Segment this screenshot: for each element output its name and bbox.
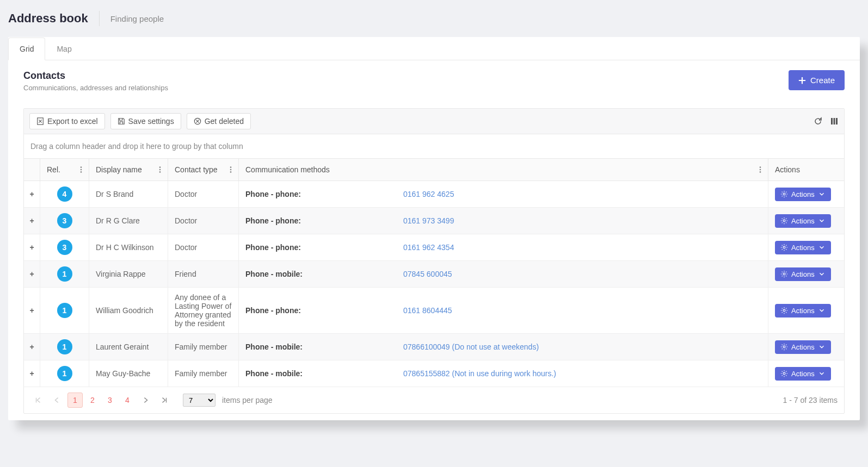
rel-badge: 3 [57,240,72,255]
svg-point-9 [159,169,161,171]
pager-last[interactable] [157,393,172,408]
divider [99,11,100,26]
communication-cell: Phone - mobile:07866100049 (Do not use a… [239,334,768,360]
communication-cell: Phone - phone:0161 962 4625 [239,181,768,207]
svg-point-12 [230,169,232,171]
gear-icon [780,270,788,278]
create-button[interactable]: Create [789,70,845,90]
col-contact-type[interactable]: Contact type [168,159,239,180]
pager-page-4[interactable]: 4 [120,393,135,408]
table-row: +1Virginia RappeFriendPhone - mobile:078… [24,261,844,288]
row-actions-button[interactable]: Actions [775,214,831,228]
actions-button-label: Actions [791,217,815,225]
display-name-cell: William Goodrich [89,288,168,333]
row-actions-button[interactable]: Actions [775,340,831,354]
col-actions: Actions [768,159,831,180]
row-actions-button[interactable]: Actions [775,188,831,201]
refresh-icon[interactable] [814,117,822,126]
comm-link[interactable]: 0161 973 3499 [403,216,454,225]
pager-page-1[interactable]: 1 [67,393,83,408]
rel-badge-cell: 1 [40,288,89,333]
expand-row[interactable]: + [24,234,40,260]
expand-row[interactable]: + [24,334,40,360]
actions-cell: Actions [768,208,831,234]
export-excel-button[interactable]: Export to excel [29,113,105,129]
svg-point-11 [230,166,232,168]
row-actions-button[interactable]: Actions [775,267,831,281]
rel-badge-cell: 4 [40,181,89,207]
expand-row[interactable]: + [24,208,40,234]
col-rel-label: Rel. [47,165,80,174]
save-icon [118,117,125,125]
col-display-name[interactable]: Display name [89,159,168,180]
comm-label: Phone - mobile: [245,270,403,278]
expand-row[interactable]: + [24,360,40,387]
col-rel[interactable]: Rel. [40,159,89,180]
tab-map[interactable]: Map [45,38,83,60]
comm-link[interactable]: 0161 8604445 [403,306,452,315]
comm-link[interactable]: 07845 600045 [403,270,452,278]
comm-link[interactable]: 0161 962 4354 [403,243,454,252]
grouping-drop-zone[interactable]: Drag a column header and drop it here to… [24,134,844,159]
pager-prev[interactable] [49,393,64,408]
communication-cell: Phone - mobile:07845 600045 [239,261,768,287]
last-page-icon [161,396,168,404]
comm-link[interactable]: 0161 962 4625 [403,190,454,198]
pager-page-2[interactable]: 2 [85,393,100,408]
svg-point-15 [760,169,761,171]
comm-link[interactable]: 07866100049 (Do not use at weekends) [403,343,539,351]
col-menu-icon[interactable] [759,166,761,173]
svg-point-14 [760,166,761,168]
get-deleted-label: Get deleted [205,117,244,126]
gear-icon [780,370,788,377]
chevron-down-icon [818,307,826,314]
tabs: Grid Map [8,37,860,60]
expand-row[interactable]: + [24,181,40,207]
comm-link[interactable]: 07865155882 (Not in use during work hour… [403,369,556,378]
tab-grid[interactable]: Grid [8,38,45,60]
rel-badge-cell: 1 [40,360,89,387]
actions-button-label: Actions [791,343,815,351]
expand-row[interactable]: + [24,288,40,333]
export-excel-label: Export to excel [47,117,98,126]
display-name-cell: Virginia Rappe [89,261,168,287]
pager-first[interactable] [30,393,46,408]
pager-page-3[interactable]: 3 [102,393,118,408]
actions-button-label: Actions [791,270,815,278]
save-settings-button[interactable]: Save settings [110,113,181,129]
section-title: Contacts [23,70,168,82]
actions-cell: Actions [768,234,831,260]
display-name-cell: Dr R G Clare [89,208,168,234]
svg-point-23 [783,372,785,375]
columns-icon[interactable] [830,117,839,126]
scrollbar-spacer [831,334,844,360]
rel-badge: 3 [57,213,72,228]
expand-row[interactable]: + [24,261,40,287]
svg-point-13 [230,171,232,173]
table-row: +1Laurent GeraintFamily memberPhone - mo… [24,334,844,360]
page-size-select[interactable]: 7 [183,394,216,407]
delete-icon [194,117,201,125]
svg-point-19 [783,246,785,248]
row-actions-button[interactable]: Actions [775,241,831,254]
actions-cell: Actions [768,360,831,387]
col-communication[interactable]: Communication methods [239,159,768,180]
table-row: +3Dr H C WilkinsonDoctorPhone - phone:01… [24,234,844,261]
row-actions-button[interactable]: Actions [775,304,831,317]
svg-point-5 [81,166,82,168]
contact-type-cell: Doctor [168,208,239,234]
svg-point-10 [159,171,161,173]
comm-label: Phone - phone: [245,216,403,225]
chevron-down-icon [818,370,826,377]
get-deleted-button[interactable]: Get deleted [187,113,251,129]
col-menu-icon[interactable] [80,166,82,173]
col-menu-icon[interactable] [230,166,232,173]
scrollbar-spacer [831,181,844,207]
actions-cell: Actions [768,181,831,207]
row-actions-button[interactable]: Actions [775,367,831,381]
col-scrollbar-spacer [831,159,844,180]
pager-next[interactable] [138,393,153,408]
svg-rect-3 [834,118,835,124]
display-name-cell: Dr H C Wilkinson [89,234,168,260]
col-menu-icon[interactable] [159,166,161,173]
